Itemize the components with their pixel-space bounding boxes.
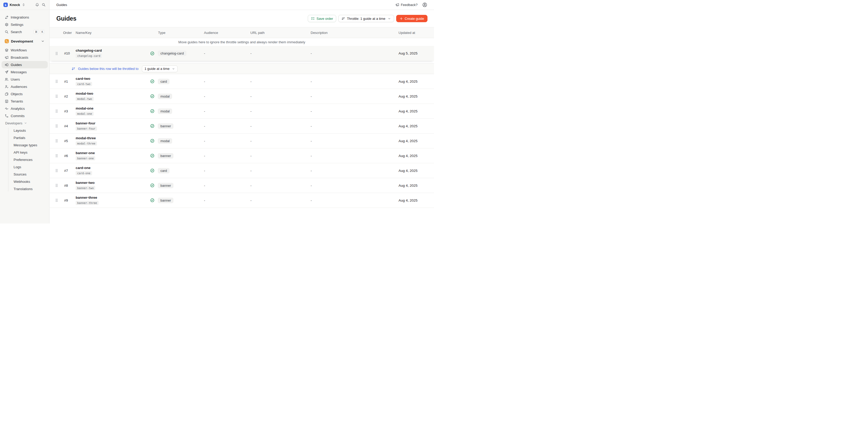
sidebar-item-message-types[interactable]: Message types — [0, 141, 49, 149]
guide-url-path: - — [250, 52, 311, 55]
bell-icon[interactable] — [35, 3, 39, 7]
guide-description: - — [311, 124, 399, 128]
guide-updated-at: Aug 5, 2025 — [399, 52, 434, 55]
guide-audience: - — [204, 198, 250, 202]
app-window: k Knock Integrations Settings Search — [0, 0, 434, 224]
sort-descending-icon — [71, 67, 75, 71]
sidebar-item-label: Audiences — [11, 85, 27, 89]
guide-name-key: banner-four banner-four — [75, 121, 150, 131]
sidebar-nav: Integrations Settings Search ⌘ K Develop… — [0, 10, 49, 193]
guide-url-path: - — [250, 79, 311, 84]
drag-handle-icon[interactable] — [56, 154, 58, 158]
sidebar-item-sources[interactable]: Sources — [0, 170, 49, 178]
guide-updated-at: Aug 4, 2025 — [399, 169, 434, 173]
environment-switcher[interactable]: Development — [2, 37, 48, 45]
guide-order: #2 — [60, 94, 75, 98]
guide-audience: - — [204, 124, 250, 128]
guide-key-badge: modal-three — [75, 141, 97, 146]
drag-handle-icon[interactable] — [56, 169, 58, 172]
sidebar-item-label: Users — [11, 77, 20, 82]
guide-order: #7 — [60, 169, 75, 173]
unthrottled-section: Move guides here to ignore the throttle … — [50, 38, 434, 61]
sidebar-item-translations[interactable]: Translations — [0, 185, 49, 192]
throttle-dropdown-button[interactable]: Throttle: 1 guide at a time — [338, 15, 394, 22]
sidebar-item-layouts[interactable]: Layouts — [0, 127, 49, 134]
guide-name: card-two — [75, 77, 90, 81]
sidebar-item-label: Integrations — [11, 15, 29, 19]
guide-key-badge: card-two — [75, 82, 92, 86]
guide-url-path: - — [250, 139, 311, 143]
guide-name-key: modal-three modal-three — [75, 136, 150, 146]
sidebar-item-logs[interactable]: Logs — [0, 163, 49, 170]
guide-order: #4 — [60, 124, 75, 128]
table-row[interactable]: #6 banner-one banner-one banner - - - Au… — [50, 149, 434, 163]
guide-type-cell: banner — [150, 198, 204, 203]
paper-plane-icon — [5, 70, 9, 74]
sidebar-item-users[interactable]: Users — [2, 76, 48, 83]
guide-updated-at: Aug 4, 2025 — [399, 124, 434, 128]
sidebar-item-integrations[interactable]: Integrations — [2, 13, 48, 21]
sidebar-item-preferences[interactable]: Preferences — [0, 156, 49, 163]
table-row[interactable]: #1 card-two card-two card - - - Aug 4, 2… — [50, 74, 434, 89]
chevron-down-icon — [41, 39, 44, 43]
table-header: Order Name/Key Type Audience URL path De… — [50, 27, 434, 38]
user-avatar[interactable] — [422, 2, 427, 7]
sidebar-item-settings[interactable]: Settings — [2, 21, 48, 28]
drag-handle-icon[interactable] — [56, 139, 58, 142]
table-row[interactable]: #9 banner-three banner-three banner - - … — [50, 193, 434, 208]
drag-handle-icon[interactable] — [56, 79, 58, 83]
guide-type-cell: card — [150, 168, 204, 173]
drag-handle-icon[interactable] — [56, 94, 58, 98]
drag-handle-icon[interactable] — [56, 198, 58, 202]
table-row[interactable]: #7 card-one card-one card - - - Aug 4, 2… — [50, 163, 434, 178]
guide-key-badge: modal-one — [75, 111, 94, 116]
sidebar-item-api-keys[interactable]: API keys — [0, 149, 49, 156]
create-guide-button[interactable]: Create guide — [396, 15, 428, 22]
unthrottled-hint: Move guides here to ignore the throttle … — [178, 40, 305, 44]
sidebar-item-messages[interactable]: Messages — [2, 68, 48, 76]
developers-section-toggle[interactable]: Developers — [0, 120, 49, 126]
guides-panel-icon — [5, 63, 9, 67]
search-icon[interactable] — [42, 3, 45, 7]
sidebar-item-tenants[interactable]: Tenants — [2, 98, 48, 105]
workspace-switcher[interactable]: k Knock — [3, 3, 25, 7]
throttle-value-select[interactable]: 1 guide at a time — [142, 65, 178, 72]
drag-handle-icon[interactable] — [56, 184, 58, 187]
save-order-button[interactable]: Save order — [308, 15, 337, 22]
sidebar-item-objects[interactable]: Objects — [2, 90, 48, 98]
table-row[interactable]: #10 changelog-card changelog-card change… — [50, 46, 434, 61]
guide-name: banner-three — [75, 196, 97, 199]
sidebar-item-webhooks[interactable]: Webhooks — [0, 178, 49, 185]
unfold-icon — [22, 3, 25, 6]
page-title: Guides — [56, 15, 76, 22]
sidebar-item-partials[interactable]: Partials — [0, 134, 49, 141]
feedback-button[interactable]: Feedback? — [395, 3, 417, 7]
guide-audience: - — [204, 109, 250, 113]
table-row[interactable]: #8 banner-two banner-two banner - - - Au… — [50, 178, 434, 193]
guide-updated-at: Aug 4, 2025 — [399, 139, 434, 143]
table-row[interactable]: #2 modal-two modal-two modal - - - Aug 4… — [50, 89, 434, 104]
table-row[interactable]: #3 modal-one modal-one modal - - - Aug 4… — [50, 104, 434, 119]
table-row[interactable]: #5 modal-three modal-three modal - - - A… — [50, 133, 434, 149]
guide-updated-at: Aug 4, 2025 — [399, 109, 434, 113]
sidebar-item-commits[interactable]: Commits — [2, 112, 48, 120]
commit-path-icon — [5, 114, 9, 118]
sidebar-item-workflows[interactable]: Workflows — [2, 46, 48, 54]
drag-handle-icon[interactable] — [56, 109, 58, 113]
guide-audience: - — [204, 184, 250, 188]
guide-order: #3 — [60, 109, 75, 113]
guide-updated-at: Aug 4, 2025 — [399, 198, 434, 202]
guide-type-badge: card — [158, 168, 169, 173]
sidebar-item-analytics[interactable]: Analytics — [2, 105, 48, 112]
sidebar-item-audiences[interactable]: Audiences — [2, 83, 48, 90]
sidebar-item-search[interactable]: Search ⌘ K — [2, 28, 48, 35]
guide-type-badge: banner — [158, 183, 174, 188]
drag-handle-icon[interactable] — [56, 124, 58, 128]
drag-handle-icon[interactable] — [56, 52, 58, 55]
sidebar-item-broadcasts[interactable]: Broadcasts — [2, 54, 48, 61]
sidebar-item-guides[interactable]: Guides — [2, 61, 48, 68]
pages-icon — [5, 92, 9, 96]
guide-type-cell: banner — [150, 123, 204, 129]
table-row[interactable]: #4 banner-four banner-four banner - - - … — [50, 119, 434, 133]
sidebar-item-label: Guides — [11, 63, 22, 67]
